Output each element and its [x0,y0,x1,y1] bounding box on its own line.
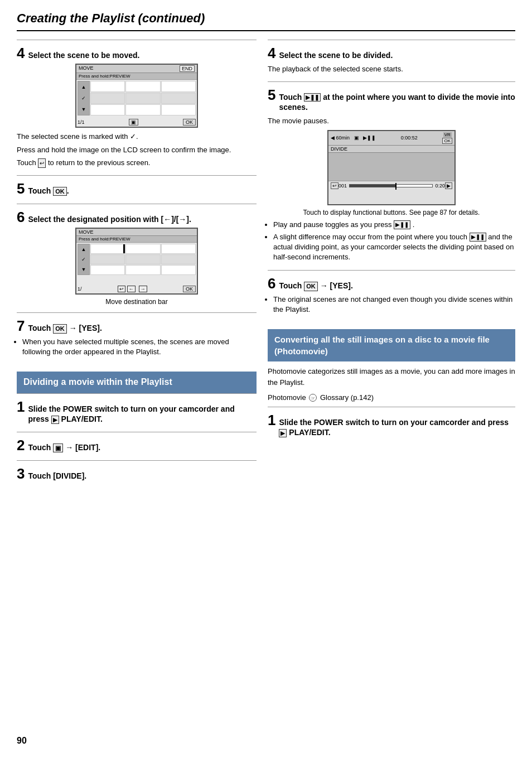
scroll-up: ▲ [81,84,86,90]
scene-end-time: 0:20 [435,183,445,189]
screen5-caption: Touch to display functional buttons. See… [268,209,515,216]
photo-step1-title: Slide the POWER switch to turn on your c… [279,417,515,437]
div-step1-title: Slide the POWER switch to turn on your c… [28,404,257,424]
ok-inline: OK [53,187,67,196]
left-arrow: ← [127,286,136,292]
right-step4-title: Select the scene to be divided. [279,50,393,60]
pp-icon: ▶❚❚ [394,220,410,229]
screen-mockup-step4: MOVE END Press and hold:PREVIEW ▲ ✓ ▼ [75,64,198,128]
menu-icon: ▣ [53,443,63,452]
right-step4-body: The playback of the selected scene start… [268,64,515,75]
right-step4-num: 4 [268,46,275,60]
scroll-down: ▼ [81,107,86,112]
pp-icon2: ▶❚❚ [470,233,486,242]
screen-end-label: END [180,65,195,72]
photo-step1-header: 1 Slide the POWER switch to turn on your… [268,413,515,437]
return-icon2: ↩ [118,286,125,292]
left-step4-header: 4 Select the scene to be moved. [17,46,257,60]
photomovie-glossary: Photomovie ☞ Glossary (p.142) [268,392,515,403]
div-step2-num: 2 [17,438,25,452]
left-column: 4 Select the scene to be moved. MOVE END… [17,40,257,489]
screen-preview-label: Press and hold:PREVIEW [79,74,130,79]
left-step5-block: 5 Touch OK. [17,175,257,204]
left-step4-num: 4 [17,46,25,60]
two-column-layout: 4 Select the scene to be moved. MOVE END… [17,40,515,489]
scroll-up2: ▲ [81,247,86,252]
ok-inline3: OK [304,282,318,291]
photo-step1-num: 1 [268,413,275,427]
scroll-down2: ▼ [81,267,86,272]
page-number: 90 [17,736,27,746]
scene-num: 001 [338,183,347,189]
photomovie-section-header: Converting all the still images on a dis… [268,329,515,361]
left-step6-block: 6 Select the designated position with [←… [17,204,257,312]
left-step7-num: 7 [17,319,25,333]
page-num2: 1/ [78,286,82,292]
left-step6-num: 6 [17,210,25,224]
step5-bullet2: A slight difference may occur from the p… [273,232,515,263]
ok-btn: OK [183,119,196,126]
screen5-ok: OK [442,138,452,144]
photomovie-body: Photomovie categorizes still images as a… [268,366,515,388]
step6-bullet1: The original scenes are not changed even… [273,295,515,315]
div-step2-title: Touch ▣ → [EDIT]. [28,442,100,452]
div-step1-header: 1 Slide the POWER switch to turn on your… [17,399,257,424]
screen5-vr: VR [443,132,452,137]
right-step6-header: 6 Touch OK → [YES]. [268,276,515,291]
div-step1-block: 1 Slide the POWER switch to turn on your… [17,393,257,432]
right-step4-block: 4 Select the scene to be divided. The pl… [268,40,515,81]
div-step2-block: 2 Touch ▣ → [EDIT]. [17,432,257,460]
div-step3-header: 3 Touch [DIVIDE]. [17,466,257,481]
return-icon: ↩ [38,158,46,168]
right-arrow: → [139,286,147,292]
scene-icon: ↩ [331,182,338,189]
left-step5-title: Touch OK. [28,186,69,196]
left-step7-header: 7 Touch OK → [YES]. [17,319,257,333]
ok-btn2: OK [183,286,196,292]
right-step5-title: Touch ▶❚❚ at the point where you want to… [279,92,515,112]
right-step5-num: 5 [268,88,275,102]
ok-inline2: OK [53,324,67,333]
right-step6-num: 6 [268,276,275,291]
left-step4-title: Select the scene to be moved. [28,50,139,60]
left-step6-header: 6 Select the designated position with [←… [17,210,257,224]
left-step6-title: Select the designated position with [←]/… [28,214,191,224]
div-step2-header: 2 Touch ▣ → [EDIT]. [17,438,257,452]
right-column: 4 Select the scene to be divided. The pl… [268,40,515,489]
right-step6-block: 6 Touch OK → [YES]. The original scenes … [268,270,515,322]
right-step5-body: The movie pauses. [268,115,515,127]
right-step5-bullets: Play and pause toggles as you press ▶❚❚ … [268,220,515,263]
step5-bullet1: Play and pause toggles as you press ▶❚❚ … [273,220,515,230]
check2: ✓ [81,257,86,262]
screen-preview-label2: Press and hold:PREVIEW [79,237,130,242]
right-step6-title: Touch OK → [YES]. [279,281,352,291]
page: Creating the Playlist (continued) 4 Sele… [0,0,532,757]
left-step4-body: The selected scene is marked with ✓. Pre… [17,131,257,168]
right-step4-header: 4 Select the scene to be divided. [268,46,515,60]
right-step6-bullets: The original scenes are not changed even… [268,295,515,315]
step4-text1: The selected scene is marked with ✓. [17,131,257,142]
divide-label: DIVIDE [331,146,347,152]
play-icon: ▶ [51,416,59,424]
page-title: Creating the Playlist (continued) [17,11,515,31]
play-icon-bottom: ▶ [445,182,452,189]
play-pause-icon: ▶❚❚ [304,93,321,102]
page-num: 1/1 [78,119,85,125]
glossary-icon: ☞ [309,394,317,402]
left-step5-header: 5 Touch OK. [17,181,257,196]
photo-step1-block: 1 Slide the POWER switch to turn on your… [268,407,515,445]
right-step5-block: 5 Touch ▶❚❚ at the point where you want … [268,81,515,271]
div-step3-block: 3 Touch [DIVIDE]. [17,460,257,489]
screen5-time: 0:00:52 [401,135,418,141]
left-step5-num: 5 [17,181,25,196]
step4-text2: Press and hold the image on the LCD scre… [17,144,257,156]
left-step7-bullets: When you have selected multiple scenes, … [17,337,257,357]
right-step5-header: 5 Touch ▶❚❚ at the point where you want … [268,88,515,112]
left-step4-block: 4 Select the scene to be moved. MOVE END… [17,40,257,175]
screen-move-label2: MOVE [79,229,94,235]
screen-move-label: MOVE [79,65,94,72]
div-step3-num: 3 [17,466,25,481]
dividing-section-header: Dividing a movie within the Playlist [17,372,257,393]
checkmark: ✓ [81,95,86,101]
step4-text3: Touch ↩ to return to the previous screen… [17,157,257,168]
